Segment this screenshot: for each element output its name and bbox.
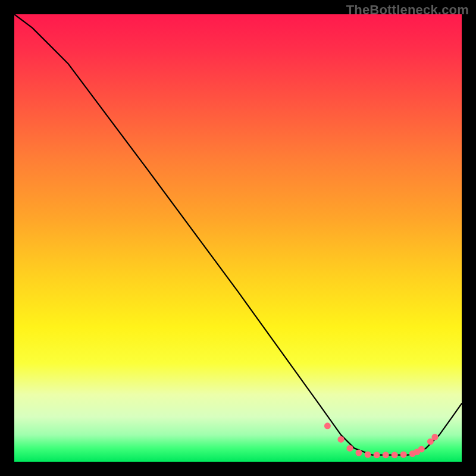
valley-dot	[431, 434, 438, 440]
chart-frame: TheBottleneck.com	[0, 0, 476, 476]
valley-dot	[418, 446, 425, 452]
valley-dot	[338, 436, 345, 443]
curve-layer	[14, 14, 462, 462]
valley-dot	[400, 452, 407, 458]
plot-outer	[14, 14, 462, 462]
valley-dot	[324, 422, 331, 429]
valley-markers	[324, 422, 439, 458]
valley-dot	[365, 452, 371, 458]
plot-area	[14, 14, 462, 462]
valley-dot	[383, 452, 389, 458]
valley-dot	[356, 450, 362, 456]
watermark-text: TheBottleneck.com	[346, 2, 469, 18]
valley-dot	[392, 452, 398, 458]
valley-dot	[374, 452, 380, 458]
valley-dot	[347, 445, 353, 452]
bottleneck-curve	[14, 14, 462, 455]
